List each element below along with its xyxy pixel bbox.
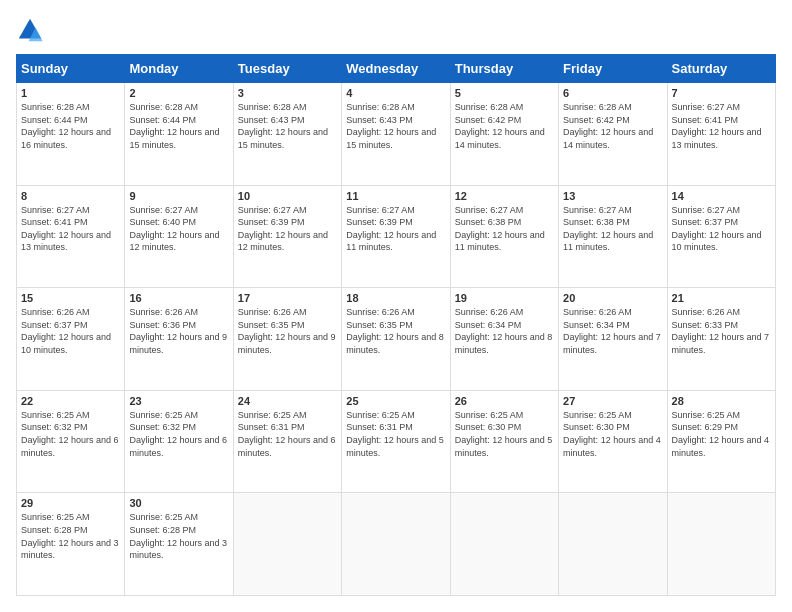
day-details: Sunrise: 6:28 AM Sunset: 6:44 PM Dayligh… — [21, 101, 120, 151]
day-number: 26 — [455, 395, 554, 407]
day-number: 2 — [129, 87, 228, 99]
calendar-cell: 2 Sunrise: 6:28 AM Sunset: 6:44 PM Dayli… — [125, 83, 233, 186]
day-details: Sunrise: 6:27 AM Sunset: 6:41 PM Dayligh… — [21, 204, 120, 254]
calendar-cell: 21 Sunrise: 6:26 AM Sunset: 6:33 PM Dayl… — [667, 288, 775, 391]
day-number: 15 — [21, 292, 120, 304]
day-details: Sunrise: 6:27 AM Sunset: 6:37 PM Dayligh… — [672, 204, 771, 254]
calendar-cell: 29 Sunrise: 6:25 AM Sunset: 6:28 PM Dayl… — [17, 493, 125, 596]
calendar-cell: 16 Sunrise: 6:26 AM Sunset: 6:36 PM Dayl… — [125, 288, 233, 391]
weekday-header: Thursday — [450, 55, 558, 83]
day-number: 4 — [346, 87, 445, 99]
calendar-cell — [559, 493, 667, 596]
day-details: Sunrise: 6:27 AM Sunset: 6:38 PM Dayligh… — [563, 204, 662, 254]
day-number: 20 — [563, 292, 662, 304]
weekday-header: Tuesday — [233, 55, 341, 83]
day-number: 10 — [238, 190, 337, 202]
day-number: 8 — [21, 190, 120, 202]
calendar-cell: 5 Sunrise: 6:28 AM Sunset: 6:42 PM Dayli… — [450, 83, 558, 186]
day-number: 3 — [238, 87, 337, 99]
day-details: Sunrise: 6:25 AM Sunset: 6:32 PM Dayligh… — [129, 409, 228, 459]
day-number: 1 — [21, 87, 120, 99]
day-number: 13 — [563, 190, 662, 202]
calendar-table: SundayMondayTuesdayWednesdayThursdayFrid… — [16, 54, 776, 596]
day-number: 18 — [346, 292, 445, 304]
weekday-header: Sunday — [17, 55, 125, 83]
day-details: Sunrise: 6:26 AM Sunset: 6:36 PM Dayligh… — [129, 306, 228, 356]
day-number: 23 — [129, 395, 228, 407]
calendar-cell: 30 Sunrise: 6:25 AM Sunset: 6:28 PM Dayl… — [125, 493, 233, 596]
calendar-cell: 17 Sunrise: 6:26 AM Sunset: 6:35 PM Dayl… — [233, 288, 341, 391]
calendar-week-row: 8 Sunrise: 6:27 AM Sunset: 6:41 PM Dayli… — [17, 185, 776, 288]
day-details: Sunrise: 6:27 AM Sunset: 6:40 PM Dayligh… — [129, 204, 228, 254]
calendar-header-row: SundayMondayTuesdayWednesdayThursdayFrid… — [17, 55, 776, 83]
day-details: Sunrise: 6:25 AM Sunset: 6:28 PM Dayligh… — [21, 511, 120, 561]
day-details: Sunrise: 6:27 AM Sunset: 6:39 PM Dayligh… — [346, 204, 445, 254]
calendar-cell: 12 Sunrise: 6:27 AM Sunset: 6:38 PM Dayl… — [450, 185, 558, 288]
day-number: 17 — [238, 292, 337, 304]
day-details: Sunrise: 6:25 AM Sunset: 6:29 PM Dayligh… — [672, 409, 771, 459]
calendar-cell — [233, 493, 341, 596]
calendar-cell: 15 Sunrise: 6:26 AM Sunset: 6:37 PM Dayl… — [17, 288, 125, 391]
day-details: Sunrise: 6:26 AM Sunset: 6:35 PM Dayligh… — [238, 306, 337, 356]
day-details: Sunrise: 6:25 AM Sunset: 6:31 PM Dayligh… — [346, 409, 445, 459]
day-number: 9 — [129, 190, 228, 202]
calendar-cell: 28 Sunrise: 6:25 AM Sunset: 6:29 PM Dayl… — [667, 390, 775, 493]
day-number: 27 — [563, 395, 662, 407]
day-details: Sunrise: 6:27 AM Sunset: 6:41 PM Dayligh… — [672, 101, 771, 151]
day-number: 29 — [21, 497, 120, 509]
calendar-cell: 22 Sunrise: 6:25 AM Sunset: 6:32 PM Dayl… — [17, 390, 125, 493]
calendar-cell: 25 Sunrise: 6:25 AM Sunset: 6:31 PM Dayl… — [342, 390, 450, 493]
day-details: Sunrise: 6:25 AM Sunset: 6:32 PM Dayligh… — [21, 409, 120, 459]
calendar-cell: 13 Sunrise: 6:27 AM Sunset: 6:38 PM Dayl… — [559, 185, 667, 288]
day-details: Sunrise: 6:28 AM Sunset: 6:44 PM Dayligh… — [129, 101, 228, 151]
day-number: 5 — [455, 87, 554, 99]
day-details: Sunrise: 6:28 AM Sunset: 6:42 PM Dayligh… — [455, 101, 554, 151]
calendar-cell: 20 Sunrise: 6:26 AM Sunset: 6:34 PM Dayl… — [559, 288, 667, 391]
calendar-cell: 6 Sunrise: 6:28 AM Sunset: 6:42 PM Dayli… — [559, 83, 667, 186]
calendar-cell: 7 Sunrise: 6:27 AM Sunset: 6:41 PM Dayli… — [667, 83, 775, 186]
day-details: Sunrise: 6:26 AM Sunset: 6:33 PM Dayligh… — [672, 306, 771, 356]
day-number: 30 — [129, 497, 228, 509]
calendar-cell: 23 Sunrise: 6:25 AM Sunset: 6:32 PM Dayl… — [125, 390, 233, 493]
calendar-week-row: 29 Sunrise: 6:25 AM Sunset: 6:28 PM Dayl… — [17, 493, 776, 596]
calendar-cell: 9 Sunrise: 6:27 AM Sunset: 6:40 PM Dayli… — [125, 185, 233, 288]
calendar-cell: 27 Sunrise: 6:25 AM Sunset: 6:30 PM Dayl… — [559, 390, 667, 493]
day-details: Sunrise: 6:25 AM Sunset: 6:30 PM Dayligh… — [563, 409, 662, 459]
day-details: Sunrise: 6:28 AM Sunset: 6:43 PM Dayligh… — [238, 101, 337, 151]
calendar-cell: 3 Sunrise: 6:28 AM Sunset: 6:43 PM Dayli… — [233, 83, 341, 186]
weekday-header: Wednesday — [342, 55, 450, 83]
day-number: 7 — [672, 87, 771, 99]
day-number: 24 — [238, 395, 337, 407]
day-details: Sunrise: 6:28 AM Sunset: 6:43 PM Dayligh… — [346, 101, 445, 151]
calendar-cell: 19 Sunrise: 6:26 AM Sunset: 6:34 PM Dayl… — [450, 288, 558, 391]
day-details: Sunrise: 6:25 AM Sunset: 6:31 PM Dayligh… — [238, 409, 337, 459]
calendar-cell: 18 Sunrise: 6:26 AM Sunset: 6:35 PM Dayl… — [342, 288, 450, 391]
calendar-week-row: 22 Sunrise: 6:25 AM Sunset: 6:32 PM Dayl… — [17, 390, 776, 493]
day-details: Sunrise: 6:28 AM Sunset: 6:42 PM Dayligh… — [563, 101, 662, 151]
weekday-header: Monday — [125, 55, 233, 83]
day-details: Sunrise: 6:27 AM Sunset: 6:39 PM Dayligh… — [238, 204, 337, 254]
logo — [16, 16, 48, 44]
day-number: 28 — [672, 395, 771, 407]
calendar-cell: 1 Sunrise: 6:28 AM Sunset: 6:44 PM Dayli… — [17, 83, 125, 186]
day-details: Sunrise: 6:25 AM Sunset: 6:28 PM Dayligh… — [129, 511, 228, 561]
day-details: Sunrise: 6:26 AM Sunset: 6:34 PM Dayligh… — [455, 306, 554, 356]
day-details: Sunrise: 6:27 AM Sunset: 6:38 PM Dayligh… — [455, 204, 554, 254]
day-number: 25 — [346, 395, 445, 407]
day-number: 12 — [455, 190, 554, 202]
calendar-cell: 10 Sunrise: 6:27 AM Sunset: 6:39 PM Dayl… — [233, 185, 341, 288]
calendar-cell: 24 Sunrise: 6:25 AM Sunset: 6:31 PM Dayl… — [233, 390, 341, 493]
calendar-week-row: 1 Sunrise: 6:28 AM Sunset: 6:44 PM Dayli… — [17, 83, 776, 186]
page-header — [16, 16, 776, 44]
day-number: 6 — [563, 87, 662, 99]
day-number: 22 — [21, 395, 120, 407]
weekday-header: Saturday — [667, 55, 775, 83]
calendar-cell: 4 Sunrise: 6:28 AM Sunset: 6:43 PM Dayli… — [342, 83, 450, 186]
calendar-cell: 26 Sunrise: 6:25 AM Sunset: 6:30 PM Dayl… — [450, 390, 558, 493]
day-details: Sunrise: 6:25 AM Sunset: 6:30 PM Dayligh… — [455, 409, 554, 459]
day-number: 19 — [455, 292, 554, 304]
calendar-cell: 8 Sunrise: 6:27 AM Sunset: 6:41 PM Dayli… — [17, 185, 125, 288]
day-number: 21 — [672, 292, 771, 304]
day-number: 16 — [129, 292, 228, 304]
day-number: 14 — [672, 190, 771, 202]
